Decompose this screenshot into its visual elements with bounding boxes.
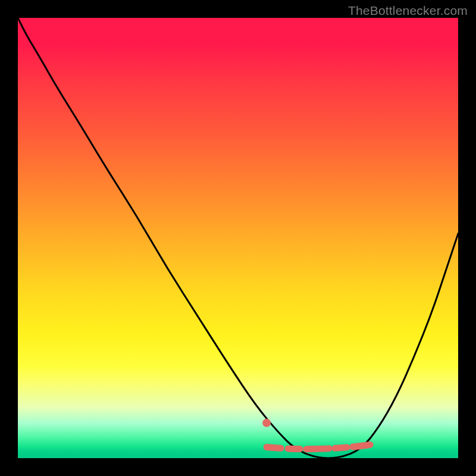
bottleneck-curve [18,18,458,458]
chart-frame: TheBottlenecker.com [0,0,476,476]
plot-area [18,18,458,458]
curve-svg [18,18,458,458]
optimal-range-marker [267,445,370,449]
watermark-text: TheBottlenecker.com [348,4,468,18]
optimal-start-dot [262,419,271,427]
